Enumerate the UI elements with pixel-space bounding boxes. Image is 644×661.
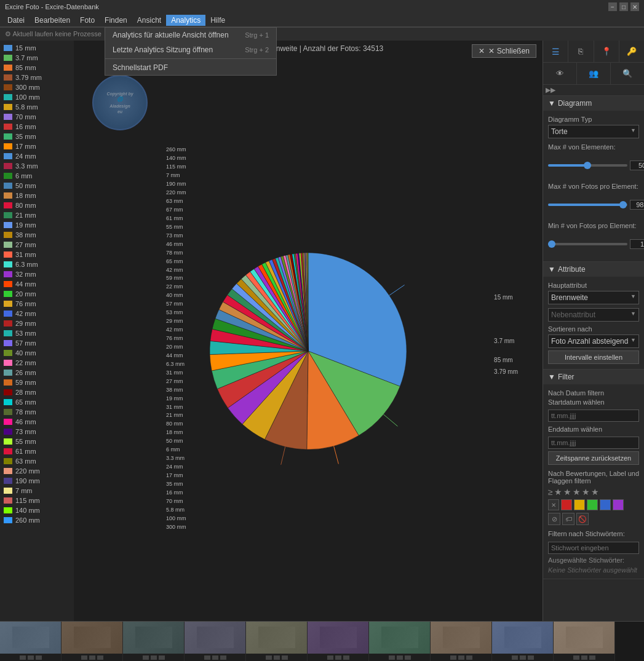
thumb-image bbox=[185, 622, 245, 654]
sidebar-icon-key[interactable]: 🔑 bbox=[619, 41, 644, 62]
star-4[interactable]: ★ bbox=[582, 487, 590, 497]
sortieren-select[interactable]: Foto Anzahl absteigend bbox=[548, 334, 639, 348]
attribute-header[interactable]: ▼ Attribute bbox=[543, 262, 644, 277]
sidebar-icon-location[interactable]: 📍 bbox=[594, 41, 619, 62]
color-none[interactable]: ✕ bbox=[548, 499, 559, 510]
diagramm-typ-select[interactable]: Torte Balken bbox=[548, 125, 639, 138]
min-fotos-slider[interactable] bbox=[548, 243, 627, 245]
close-analytics-button[interactable]: ✕ ✕ Schließen bbox=[472, 44, 536, 58]
nebenattribut-select[interactable]: Nebenattribut bbox=[548, 308, 639, 322]
svg-line-1 bbox=[383, 414, 397, 426]
flag-none[interactable]: ⊘ bbox=[548, 513, 560, 525]
color-red[interactable] bbox=[561, 499, 572, 510]
legend-item: 24 mm bbox=[0, 151, 74, 161]
thumb-image bbox=[369, 622, 430, 654]
max-fotos-slider[interactable] bbox=[548, 204, 627, 206]
legend-item: 19 mm bbox=[0, 220, 74, 230]
menu-bearbeiten[interactable]: Bearbeiten bbox=[30, 15, 75, 26]
thumbnail[interactable] bbox=[369, 622, 431, 662]
startdatum-input[interactable] bbox=[548, 410, 639, 422]
star-2[interactable]: ★ bbox=[563, 487, 571, 497]
max-elements-input[interactable] bbox=[630, 160, 644, 170]
legend-item: 40 mm bbox=[0, 348, 74, 358]
menu-finden[interactable]: Finden bbox=[100, 15, 132, 26]
thumb-image bbox=[431, 622, 491, 654]
sidebar-icon-eye[interactable]: 👁 bbox=[543, 63, 577, 84]
legend-item: 16 mm bbox=[0, 122, 74, 132]
star-3[interactable]: ★ bbox=[573, 487, 581, 497]
menu-hilfe[interactable]: Hilfe bbox=[205, 15, 230, 26]
flag-pick[interactable]: 🏷 bbox=[562, 513, 574, 525]
thumbnail[interactable] bbox=[62, 622, 123, 662]
legend-color bbox=[4, 84, 12, 90]
legend-item: 6 mm bbox=[0, 171, 74, 181]
star-5[interactable]: ★ bbox=[591, 487, 599, 497]
color-green[interactable] bbox=[587, 499, 598, 510]
maximize-button[interactable]: □ bbox=[619, 2, 628, 11]
thumbnail[interactable] bbox=[246, 622, 308, 662]
thumbnail[interactable] bbox=[0, 622, 62, 662]
sidebar-icon-people[interactable]: 👥 bbox=[577, 63, 611, 84]
legend-color bbox=[4, 409, 12, 415]
sidebar-icon-copy[interactable]: ⎘ bbox=[568, 41, 594, 62]
flag-reject[interactable]: 🚫 bbox=[576, 513, 589, 525]
legend-color bbox=[4, 468, 12, 474]
legend-color bbox=[4, 429, 12, 435]
min-fotos-input[interactable] bbox=[630, 239, 644, 249]
menu-ansicht[interactable]: Ansicht bbox=[132, 15, 166, 26]
legend-color bbox=[4, 370, 12, 376]
color-purple[interactable] bbox=[613, 499, 624, 510]
legend-color bbox=[4, 281, 12, 287]
stichwort-label: Filtern nach Stichwörtern: bbox=[548, 530, 639, 537]
expand-button[interactable]: ▶▶ bbox=[543, 85, 644, 96]
legend-label: 70 mm bbox=[15, 113, 36, 121]
thumbnail[interactable] bbox=[492, 622, 554, 662]
close-button[interactable]: ✕ bbox=[630, 2, 639, 11]
legend-item: 50 mm bbox=[0, 181, 74, 191]
filter-header[interactable]: ▼ Filter bbox=[543, 370, 644, 384]
thumbnail[interactable] bbox=[123, 622, 185, 662]
star-gte-icon[interactable]: ≥ bbox=[548, 487, 553, 497]
enddatum-label: Enddatum wählen bbox=[548, 425, 639, 433]
legend-label: 16 mm bbox=[15, 123, 36, 130]
legend-label: 65 mm bbox=[15, 398, 36, 406]
sidebar-icon-search[interactable]: 🔍 bbox=[611, 63, 644, 84]
legend-label: 6.3 mm bbox=[15, 261, 38, 268]
hauptattribut-select[interactable]: Brennweite bbox=[548, 291, 639, 304]
intervalle-button[interactable]: Intervalle einstellen bbox=[548, 350, 639, 364]
legend-item: 78 mm bbox=[0, 407, 74, 417]
enddatum-input[interactable] bbox=[548, 437, 639, 449]
thumbnail[interactable] bbox=[185, 622, 246, 662]
legend-color bbox=[4, 222, 12, 228]
color-blue[interactable] bbox=[600, 499, 611, 510]
thumbnail[interactable] bbox=[554, 622, 615, 662]
color-yellow[interactable] bbox=[574, 499, 585, 510]
legend-item: 59 mm bbox=[0, 378, 74, 387]
legend-color bbox=[4, 202, 12, 208]
thumbnail-strip bbox=[0, 621, 644, 661]
thumbnail[interactable] bbox=[431, 622, 492, 662]
menu-analytics[interactable]: Analytics bbox=[166, 15, 205, 26]
max-fotos-input[interactable] bbox=[630, 200, 644, 210]
diagramm-header[interactable]: ▼ Diagramm bbox=[543, 96, 644, 111]
legend-item: 42 mm bbox=[0, 309, 74, 319]
legend-color bbox=[4, 340, 12, 346]
menu-foto[interactable]: Foto bbox=[75, 15, 100, 26]
star-1[interactable]: ★ bbox=[554, 487, 562, 497]
legend-color bbox=[4, 74, 12, 81]
analytics-open-last[interactable]: Letzte Analytics Sitzung öffnen Strg + 2 bbox=[105, 42, 276, 57]
minimize-button[interactable]: − bbox=[608, 2, 617, 11]
legend-color bbox=[4, 330, 12, 336]
legend-label: 32 mm bbox=[15, 271, 36, 278]
legend-item: 3.7 mm bbox=[0, 53, 74, 63]
zeitspanne-button[interactable]: Zeitspanne zurücksetzen bbox=[548, 451, 639, 465]
max-elements-slider[interactable] bbox=[548, 164, 627, 167]
legend-color bbox=[4, 45, 12, 51]
thumbnail[interactable] bbox=[308, 622, 369, 662]
stichwort-input[interactable] bbox=[548, 542, 639, 554]
menu-datei[interactable]: Datei bbox=[2, 15, 30, 26]
analytics-pdf[interactable]: Schnellstart PDF bbox=[105, 60, 276, 75]
legend-item: 65 mm bbox=[0, 397, 74, 407]
analytics-open-current[interactable]: Analytics für aktuelle Ansicht öffnen St… bbox=[105, 28, 276, 42]
sidebar-icon-list[interactable]: ☰ bbox=[543, 41, 568, 62]
